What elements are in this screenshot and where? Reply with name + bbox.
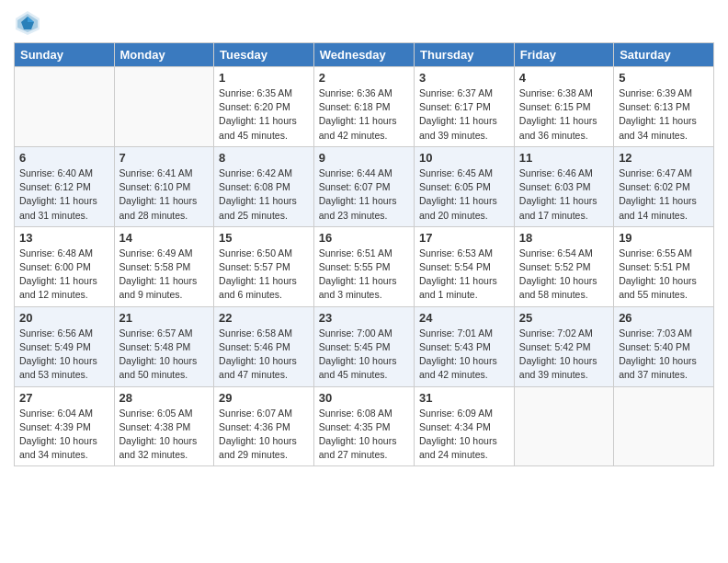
day-info: Sunrise: 6:44 AM Sunset: 6:07 PM Dayligh… <box>319 167 409 223</box>
day-info: Sunrise: 6:56 AM Sunset: 5:49 PM Dayligh… <box>19 327 109 383</box>
calendar-cell: 1Sunrise: 6:35 AM Sunset: 6:20 PM Daylig… <box>214 67 314 147</box>
day-header-wednesday: Wednesday <box>313 43 414 67</box>
day-info: Sunrise: 7:02 AM Sunset: 5:42 PM Dayligh… <box>519 327 609 383</box>
day-info: Sunrise: 6:36 AM Sunset: 6:18 PM Dayligh… <box>319 86 409 143</box>
day-number: 3 <box>419 71 509 85</box>
day-number: 15 <box>219 231 309 245</box>
day-info: Sunrise: 6:41 AM Sunset: 6:10 PM Dayligh… <box>119 167 210 223</box>
day-info: Sunrise: 6:54 AM Sunset: 5:52 PM Dayligh… <box>519 247 609 303</box>
calendar-cell: 22Sunrise: 6:58 AM Sunset: 5:46 PM Dayli… <box>214 306 314 386</box>
calendar-cell: 21Sunrise: 6:57 AM Sunset: 5:48 PM Dayli… <box>114 306 214 386</box>
day-info: Sunrise: 6:07 AM Sunset: 4:36 PM Dayligh… <box>219 407 309 463</box>
day-header-monday: Monday <box>114 43 214 67</box>
day-info: Sunrise: 6:45 AM Sunset: 6:05 PM Dayligh… <box>419 167 509 223</box>
day-number: 8 <box>219 151 309 165</box>
logo <box>14 9 43 37</box>
day-number: 13 <box>19 231 109 245</box>
calendar-cell: 19Sunrise: 6:55 AM Sunset: 5:51 PM Dayli… <box>614 226 714 306</box>
calendar-cell: 30Sunrise: 6:08 AM Sunset: 4:35 PM Dayli… <box>313 386 414 466</box>
day-info: Sunrise: 6:57 AM Sunset: 5:48 PM Dayligh… <box>119 327 210 383</box>
calendar-cell: 10Sunrise: 6:45 AM Sunset: 6:05 PM Dayli… <box>415 146 515 226</box>
day-number: 11 <box>519 151 609 165</box>
calendar-cell: 16Sunrise: 6:51 AM Sunset: 5:55 PM Dayli… <box>313 226 414 306</box>
day-number: 29 <box>219 391 309 405</box>
day-number: 18 <box>519 231 609 245</box>
calendar-cell: 12Sunrise: 6:47 AM Sunset: 6:02 PM Dayli… <box>614 146 714 226</box>
day-info: Sunrise: 6:48 AM Sunset: 6:00 PM Dayligh… <box>19 247 109 303</box>
day-number: 14 <box>119 231 210 245</box>
day-info: Sunrise: 6:50 AM Sunset: 5:57 PM Dayligh… <box>219 247 309 303</box>
day-info: Sunrise: 6:39 AM Sunset: 6:13 PM Dayligh… <box>619 86 709 143</box>
calendar-cell: 3Sunrise: 6:37 AM Sunset: 6:17 PM Daylig… <box>415 67 515 147</box>
calendar-week-3: 13Sunrise: 6:48 AM Sunset: 6:00 PM Dayli… <box>15 226 714 306</box>
day-info: Sunrise: 6:51 AM Sunset: 5:55 PM Dayligh… <box>319 247 409 303</box>
day-number: 27 <box>19 391 109 405</box>
calendar-cell: 5Sunrise: 6:39 AM Sunset: 6:13 PM Daylig… <box>614 67 714 147</box>
calendar-cell: 7Sunrise: 6:41 AM Sunset: 6:10 PM Daylig… <box>114 146 214 226</box>
page-header <box>14 9 714 37</box>
day-number: 12 <box>619 151 709 165</box>
day-info: Sunrise: 6:55 AM Sunset: 5:51 PM Dayligh… <box>619 247 709 303</box>
logo-icon <box>14 9 41 37</box>
day-header-thursday: Thursday <box>415 43 515 67</box>
calendar-cell: 13Sunrise: 6:48 AM Sunset: 6:00 PM Dayli… <box>15 226 115 306</box>
calendar-week-1: 1Sunrise: 6:35 AM Sunset: 6:20 PM Daylig… <box>15 67 714 147</box>
calendar-header-row: SundayMondayTuesdayWednesdayThursdayFrid… <box>15 43 714 67</box>
calendar-cell: 18Sunrise: 6:54 AM Sunset: 5:52 PM Dayli… <box>514 226 613 306</box>
day-number: 9 <box>319 151 409 165</box>
day-header-tuesday: Tuesday <box>214 43 314 67</box>
day-info: Sunrise: 7:01 AM Sunset: 5:43 PM Dayligh… <box>419 327 509 383</box>
calendar-table: SundayMondayTuesdayWednesdayThursdayFrid… <box>14 42 714 466</box>
calendar-cell: 4Sunrise: 6:38 AM Sunset: 6:15 PM Daylig… <box>514 67 613 147</box>
calendar-week-5: 27Sunrise: 6:04 AM Sunset: 4:39 PM Dayli… <box>15 386 714 466</box>
day-number: 22 <box>219 311 309 325</box>
day-info: Sunrise: 6:08 AM Sunset: 4:35 PM Dayligh… <box>319 407 409 463</box>
day-number: 4 <box>519 71 609 85</box>
day-info: Sunrise: 6:37 AM Sunset: 6:17 PM Dayligh… <box>419 86 509 143</box>
calendar-cell <box>614 386 714 466</box>
day-number: 26 <box>619 311 709 325</box>
day-number: 30 <box>319 391 409 405</box>
calendar-cell: 15Sunrise: 6:50 AM Sunset: 5:57 PM Dayli… <box>214 226 314 306</box>
day-number: 23 <box>319 311 409 325</box>
calendar-cell: 14Sunrise: 6:49 AM Sunset: 5:58 PM Dayli… <box>114 226 214 306</box>
calendar-cell: 26Sunrise: 7:03 AM Sunset: 5:40 PM Dayli… <box>614 306 714 386</box>
day-info: Sunrise: 7:03 AM Sunset: 5:40 PM Dayligh… <box>619 327 709 383</box>
day-info: Sunrise: 6:47 AM Sunset: 6:02 PM Dayligh… <box>619 167 709 223</box>
calendar-cell: 23Sunrise: 7:00 AM Sunset: 5:45 PM Dayli… <box>313 306 414 386</box>
day-info: Sunrise: 6:04 AM Sunset: 4:39 PM Dayligh… <box>19 407 109 463</box>
day-number: 20 <box>19 311 109 325</box>
day-number: 19 <box>619 231 709 245</box>
calendar-cell: 9Sunrise: 6:44 AM Sunset: 6:07 PM Daylig… <box>313 146 414 226</box>
day-info: Sunrise: 6:58 AM Sunset: 5:46 PM Dayligh… <box>219 327 309 383</box>
calendar-cell <box>514 386 613 466</box>
calendar-week-4: 20Sunrise: 6:56 AM Sunset: 5:49 PM Dayli… <box>15 306 714 386</box>
calendar-cell: 27Sunrise: 6:04 AM Sunset: 4:39 PM Dayli… <box>15 386 115 466</box>
calendar-week-2: 6Sunrise: 6:40 AM Sunset: 6:12 PM Daylig… <box>15 146 714 226</box>
calendar-cell: 20Sunrise: 6:56 AM Sunset: 5:49 PM Dayli… <box>15 306 115 386</box>
day-number: 21 <box>119 311 210 325</box>
day-number: 25 <box>519 311 609 325</box>
calendar-cell: 31Sunrise: 6:09 AM Sunset: 4:34 PM Dayli… <box>415 386 515 466</box>
day-info: Sunrise: 6:46 AM Sunset: 6:03 PM Dayligh… <box>519 167 609 223</box>
day-number: 17 <box>419 231 509 245</box>
day-number: 31 <box>419 391 509 405</box>
day-info: Sunrise: 6:49 AM Sunset: 5:58 PM Dayligh… <box>119 247 210 303</box>
day-number: 5 <box>619 71 709 85</box>
day-header-friday: Friday <box>514 43 613 67</box>
day-info: Sunrise: 6:40 AM Sunset: 6:12 PM Dayligh… <box>19 167 109 223</box>
day-info: Sunrise: 6:09 AM Sunset: 4:34 PM Dayligh… <box>419 407 509 463</box>
day-info: Sunrise: 6:53 AM Sunset: 5:54 PM Dayligh… <box>419 247 509 303</box>
day-number: 24 <box>419 311 509 325</box>
day-info: Sunrise: 6:05 AM Sunset: 4:38 PM Dayligh… <box>119 407 210 463</box>
day-number: 16 <box>319 231 409 245</box>
calendar-cell: 25Sunrise: 7:02 AM Sunset: 5:42 PM Dayli… <box>514 306 613 386</box>
calendar-cell: 28Sunrise: 6:05 AM Sunset: 4:38 PM Dayli… <box>114 386 214 466</box>
day-number: 2 <box>319 71 409 85</box>
day-info: Sunrise: 7:00 AM Sunset: 5:45 PM Dayligh… <box>319 327 409 383</box>
calendar-cell <box>15 67 115 147</box>
day-info: Sunrise: 6:38 AM Sunset: 6:15 PM Dayligh… <box>519 86 609 143</box>
calendar-cell: 29Sunrise: 6:07 AM Sunset: 4:36 PM Dayli… <box>214 386 314 466</box>
calendar-cell <box>114 67 214 147</box>
calendar-cell: 11Sunrise: 6:46 AM Sunset: 6:03 PM Dayli… <box>514 146 613 226</box>
